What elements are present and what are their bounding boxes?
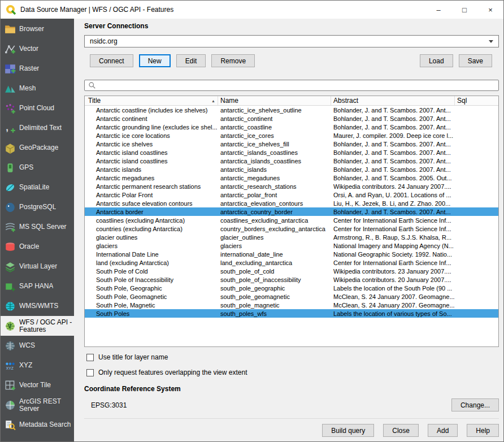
- table-row[interactable]: Antarctic island coastlinesantarctica_is…: [85, 157, 498, 165]
- cell-title: Antarctic suface elevation contours: [85, 200, 218, 207]
- connection-select[interactable]: nsidc.org: [84, 35, 499, 47]
- close-button[interactable]: ×: [477, 1, 503, 19]
- sidebar-item-raster[interactable]: Raster: [1, 59, 74, 79]
- sidebar-item-metadata-search[interactable]: Metadata Search: [1, 415, 74, 435]
- crs-row: EPSG:3031 Change...: [84, 398, 499, 411]
- sidebar-item-vector[interactable]: Vector: [1, 39, 74, 59]
- sidebar-item-label: PostgreSQL: [19, 203, 56, 211]
- search-input[interactable]: [99, 81, 495, 90]
- column-header-name[interactable]: Name: [218, 96, 331, 105]
- sidebar-item-virtual-layer[interactable]: Virtual Layer: [1, 257, 74, 276]
- sidebar-item-label: WMS/WMTS: [19, 302, 58, 310]
- table-row[interactable]: South Pole, Geographicsouth_pole_geograp…: [85, 284, 498, 292]
- table-row[interactable]: Antarctic ice core locationsantarctic_ic…: [85, 131, 498, 140]
- cell-abstract: Orsi, A. and Ryan, U. 2001. Locations of…: [331, 192, 455, 198]
- cell-abstract: Bohlander, J. and T. Scambos. 2007. Ant.…: [331, 115, 455, 122]
- table-row[interactable]: Antarctic continentantarctic_continentBo…: [85, 114, 498, 123]
- sidebar-item-label: ArcGIS REST Server: [19, 398, 73, 413]
- sidebar-item-sap-hana[interactable]: SAP HANA: [1, 276, 74, 296]
- cell-abstract: Wikipedia contributors. 20 January 2007.…: [331, 276, 455, 283]
- sidebar-item-geopackage[interactable]: GeoPackage: [1, 138, 74, 158]
- table-row[interactable]: Antarctic ice shelvesantarctic_ice_shelv…: [85, 140, 498, 148]
- sidebar: BrowserVectorRasterMeshPoint Cloud,Delim…: [1, 19, 74, 441]
- help-button[interactable]: Help: [467, 424, 499, 437]
- table-row[interactable]: Antarctic megadunesantarctic_megadunesBo…: [85, 174, 498, 182]
- table-row[interactable]: Antarctic islandsantarctic_islandsBohlan…: [85, 165, 498, 174]
- sidebar-item-ms-sql-server[interactable]: MS SQL Server: [1, 217, 74, 237]
- table-row[interactable]: South Pole, Geomagneticsouth_pole_geomag…: [85, 292, 498, 301]
- sidebar-item-gps[interactable]: GPS: [1, 158, 74, 177]
- cell-name: glaciers: [218, 242, 331, 249]
- cell-abstract: Center for International Earth Science I…: [331, 226, 455, 232]
- table-row[interactable]: South Pole of Inaccessibilitysouth_pole_…: [85, 275, 498, 284]
- table-row[interactable]: Antarctic grounding line (excludes ice s…: [85, 123, 498, 131]
- cell-name: antarctica_country_border: [218, 209, 331, 215]
- table-row[interactable]: Antarctic permanent research stationsant…: [85, 182, 498, 190]
- overlap-extent-option[interactable]: Only request features overlapping the vi…: [84, 367, 499, 378]
- sidebar-item-delimited-text[interactable]: ,Delimited Text: [1, 118, 74, 138]
- sidebar-item-label: Browser: [19, 25, 44, 33]
- table-row[interactable]: glaciersglaciersNational Imagery and Map…: [85, 241, 498, 250]
- column-header-sql[interactable]: Sql: [455, 96, 498, 105]
- sidebar-item-point-cloud[interactable]: Point Cloud: [1, 98, 74, 118]
- cell-name: antarctic_megadunes: [218, 175, 331, 181]
- minimize-button[interactable]: –: [425, 1, 451, 19]
- table-row[interactable]: Antarctic coastline (includes ice shelve…: [85, 106, 498, 114]
- build-query-button[interactable]: Build query: [322, 424, 374, 437]
- use-title-option[interactable]: Use title for layer name: [84, 352, 499, 362]
- cell-abstract: Armstrong, R., B. Raup, S.J.S. Khalsa, R…: [331, 234, 455, 241]
- overlap-extent-checkbox[interactable]: [86, 369, 94, 376]
- cell-abstract: Bohlander, J. and T. Scambos. 2007. Ant.…: [331, 158, 455, 164]
- close-dialog-button[interactable]: Close: [383, 424, 419, 437]
- load-button[interactable]: Load: [420, 54, 453, 67]
- table-row[interactable]: International Date Lineinternational_dat…: [85, 250, 498, 258]
- maximize-button[interactable]: □: [451, 1, 477, 19]
- table-row[interactable]: Antarctic suface elevation contoursantar…: [85, 199, 498, 207]
- table-row[interactable]: coastlines (excluding Antarctica)coastli…: [85, 216, 498, 224]
- chevron-down-icon: [489, 40, 493, 43]
- cell-name: south_poles_wfs: [218, 310, 331, 317]
- table-row[interactable]: South Polessouth_poles_wfsLabels the loc…: [85, 309, 498, 318]
- sidebar-item-wcs[interactable]: WCS: [1, 336, 74, 356]
- add-button[interactable]: Add: [428, 424, 458, 437]
- overlap-extent-label: Only request features overlapping the vi…: [98, 369, 247, 376]
- remove-button[interactable]: Remove: [211, 54, 255, 67]
- sidebar-item-wfs-ogc-api-features[interactable]: VWFS / OGC API - Features: [1, 316, 74, 336]
- edit-button[interactable]: Edit: [176, 54, 206, 67]
- crs-change-button[interactable]: Change...: [451, 398, 499, 411]
- connect-button[interactable]: Connect: [90, 54, 133, 67]
- cell-abstract: Bohlander, J. and T. Scambos. 2007. Ant.…: [331, 166, 455, 173]
- sidebar-item-spatialite[interactable]: SpatiaLite: [1, 177, 74, 197]
- cell-title: glaciers: [85, 242, 218, 249]
- table-row[interactable]: South Pole of Coldsouth_pole_of_coldWiki…: [85, 267, 498, 275]
- cell-name: south_pole_geographic: [218, 285, 331, 292]
- table-row[interactable]: Antarctica borderantarctica_country_bord…: [85, 207, 498, 216]
- cell-abstract: Bohlander, J. and T. Scambos. 2007. Ant.…: [331, 209, 455, 215]
- sidebar-item-vector-tile[interactable]: Vector Tile: [1, 375, 74, 395]
- table-row[interactable]: Antarctic island coastlinesantarctic_isl…: [85, 148, 498, 157]
- new-button[interactable]: New: [139, 54, 171, 67]
- table-row[interactable]: land (excluding Antarctica)land_excludin…: [85, 258, 498, 267]
- sidebar-item-arcgis-rest-server[interactable]: ArcGIS REST Server: [1, 395, 74, 415]
- use-title-checkbox[interactable]: [86, 354, 94, 361]
- sidebar-item-xyz[interactable]: XYZXYZ: [1, 356, 74, 375]
- table-row[interactable]: South Pole, Magneticsouth_pole_magneticM…: [85, 301, 498, 309]
- save-button[interactable]: Save: [459, 54, 492, 67]
- column-header-title[interactable]: Title ▲: [85, 96, 218, 105]
- sidebar-item-mesh[interactable]: Mesh: [1, 79, 74, 98]
- toolbar-spacer: [260, 54, 414, 67]
- cell-abstract: Bohlander, J. and T. Scambos. 2007. Ant.…: [331, 141, 455, 148]
- wfs-globe-icon: V: [5, 320, 16, 332]
- cell-name: antarctica_elevation_contours: [218, 200, 331, 207]
- sidebar-item-oracle[interactable]: Oracle: [1, 237, 74, 257]
- sidebar-item-postgresql[interactable]: PostgreSQL: [1, 197, 74, 217]
- table-row[interactable]: countries (excluding Antarctica)country_…: [85, 224, 498, 233]
- sidebar-item-wms-wmts[interactable]: WMS/WMTS: [1, 296, 74, 316]
- svg-text:V: V: [8, 323, 12, 330]
- table-row[interactable]: glacier outlinesglacier_outlinesArmstron…: [85, 233, 498, 241]
- sidebar-item-browser[interactable]: Browser: [1, 19, 74, 39]
- column-header-abstract[interactable]: Abstract: [331, 96, 455, 105]
- svg-text:,: ,: [6, 123, 8, 133]
- table-row[interactable]: Antarctic Polar Frontantarctic_polar_fro…: [85, 190, 498, 199]
- sidebar-item-label: SAP HANA: [19, 283, 53, 290]
